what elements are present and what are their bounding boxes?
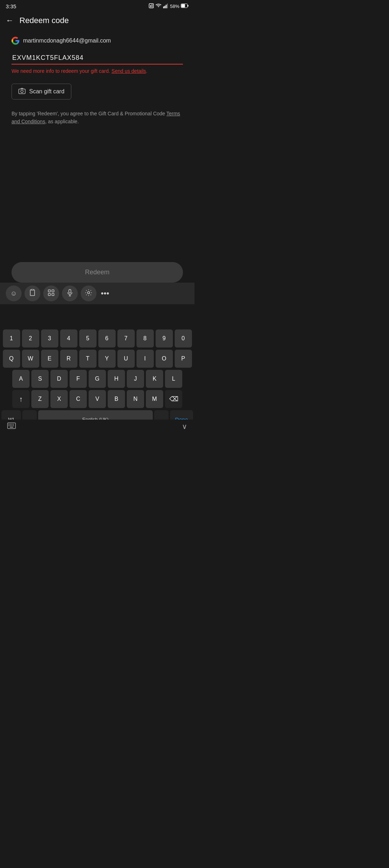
clipboard-button[interactable] [24, 285, 40, 301]
svg-rect-3 [163, 6, 164, 8]
error-text: We need more info to redeem your gift ca… [12, 68, 112, 74]
google-logo-icon [12, 37, 19, 45]
svg-rect-14 [48, 290, 50, 292]
svg-rect-10 [19, 89, 25, 94]
key-7[interactable]: 7 [117, 329, 135, 347]
wifi-icon [156, 3, 161, 9]
key-v[interactable]: V [89, 390, 106, 408]
settings-icon [85, 289, 92, 298]
account-email: martinmcdonagh6644@gmail.com [23, 37, 111, 44]
microphone-icon [67, 289, 72, 298]
scan-gift-card-button[interactable]: Scan gift card [12, 84, 71, 99]
more-icon: ••• [101, 289, 109, 298]
page-title: Redeem code [19, 16, 69, 25]
terms-prefix: By tapping 'Redeem', you agree to the Gi… [12, 111, 166, 116]
key-p[interactable]: P [175, 350, 192, 368]
svg-rect-5 [166, 5, 167, 8]
svg-point-21 [88, 292, 90, 294]
svg-rect-13 [31, 289, 33, 290]
keyboard-qwerty-row: Q W E R T Y U I O P [1, 350, 193, 368]
key-0[interactable]: 0 [175, 329, 192, 347]
key-s[interactable]: S [31, 370, 49, 388]
grid-icon [48, 289, 54, 298]
key-1[interactable]: 1 [3, 329, 20, 347]
key-8[interactable]: 8 [137, 329, 154, 347]
keyboard-zxcv-row: ↑ Z X C V B N M ⌫ [1, 390, 193, 408]
key-u[interactable]: U [117, 350, 135, 368]
more-options-button[interactable]: ••• [101, 289, 109, 298]
key-b[interactable]: B [108, 390, 125, 408]
svg-rect-18 [69, 289, 71, 293]
content-area: martinmcdonagh6644@gmail.com We need mor… [0, 30, 194, 133]
key-z[interactable]: Z [31, 390, 49, 408]
key-y[interactable]: Y [98, 350, 116, 368]
delete-key[interactable]: ⌫ [165, 390, 182, 408]
chevron-down-icon[interactable]: ∨ [182, 422, 187, 431]
key-4[interactable]: 4 [60, 329, 77, 347]
battery-percentage: 58% [170, 4, 179, 9]
key-9[interactable]: 9 [156, 329, 173, 347]
status-time: 3:35 [6, 3, 16, 9]
key-j[interactable]: J [127, 370, 144, 388]
key-3[interactable]: 3 [41, 329, 58, 347]
status-bar: 3:35 58% [0, 0, 194, 12]
key-o[interactable]: O [156, 350, 173, 368]
key-6[interactable]: 6 [98, 329, 116, 347]
send-details-link[interactable]: Send us details [112, 68, 146, 74]
svg-rect-8 [182, 4, 185, 7]
keyboard-icon [7, 422, 16, 430]
keyboard-asdf-row: A S D F G H J K L [1, 370, 193, 388]
key-q[interactable]: Q [3, 350, 20, 368]
shift-key[interactable]: ↑ [12, 390, 30, 408]
header: ← Redeem code [0, 12, 194, 30]
clipboard-icon [29, 289, 36, 298]
terms-suffix: , as applicable. [45, 119, 79, 124]
key-e[interactable]: E [41, 350, 58, 368]
signal-icon [163, 3, 169, 9]
redeem-button-area: Redeem [12, 262, 183, 283]
key-c[interactable]: C [70, 390, 87, 408]
keyboard-number-row: 1 2 3 4 5 6 7 8 9 0 [1, 329, 193, 347]
key-i[interactable]: I [137, 350, 154, 368]
error-message: We need more info to redeem your gift ca… [12, 67, 183, 75]
svg-rect-1 [150, 5, 151, 7]
key-g[interactable]: G [89, 370, 106, 388]
svg-rect-16 [48, 293, 50, 296]
back-button[interactable]: ← [6, 16, 14, 25]
status-icons: 58% [148, 3, 189, 10]
sim-icon [148, 3, 154, 10]
grid-button[interactable] [43, 285, 59, 301]
svg-rect-12 [30, 290, 35, 296]
svg-rect-4 [164, 6, 165, 8]
microphone-button[interactable] [62, 285, 78, 301]
key-h[interactable]: H [108, 370, 125, 388]
key-x[interactable]: X [50, 390, 68, 408]
emoji-button[interactable]: ☺ [6, 285, 22, 301]
error-period: . [146, 68, 147, 74]
svg-rect-6 [167, 4, 168, 8]
key-k[interactable]: K [146, 370, 163, 388]
scan-button-label: Scan gift card [29, 88, 64, 95]
svg-rect-2 [152, 4, 152, 7]
key-d[interactable]: D [50, 370, 68, 388]
key-5[interactable]: 5 [79, 329, 97, 347]
key-r[interactable]: R [60, 350, 77, 368]
key-a[interactable]: A [12, 370, 30, 388]
key-t[interactable]: T [79, 350, 97, 368]
key-n[interactable]: N [127, 390, 144, 408]
settings-button[interactable] [81, 285, 97, 301]
keyboard-toolbar: ☺ [0, 283, 194, 304]
key-f[interactable]: F [70, 370, 87, 388]
code-input-wrapper[interactable] [12, 52, 183, 65]
bottom-bar: ∨ [0, 420, 194, 434]
key-w[interactable]: W [22, 350, 39, 368]
account-row: martinmcdonagh6644@gmail.com [12, 37, 183, 45]
key-m[interactable]: M [146, 390, 163, 408]
gift-card-code-input[interactable] [12, 52, 183, 65]
svg-rect-17 [52, 293, 54, 296]
key-2[interactable]: 2 [22, 329, 39, 347]
terms-text: By tapping 'Redeem', you agree to the Gi… [12, 110, 183, 126]
battery-icon [181, 4, 189, 9]
key-l[interactable]: L [165, 370, 182, 388]
redeem-button[interactable]: Redeem [12, 262, 183, 283]
